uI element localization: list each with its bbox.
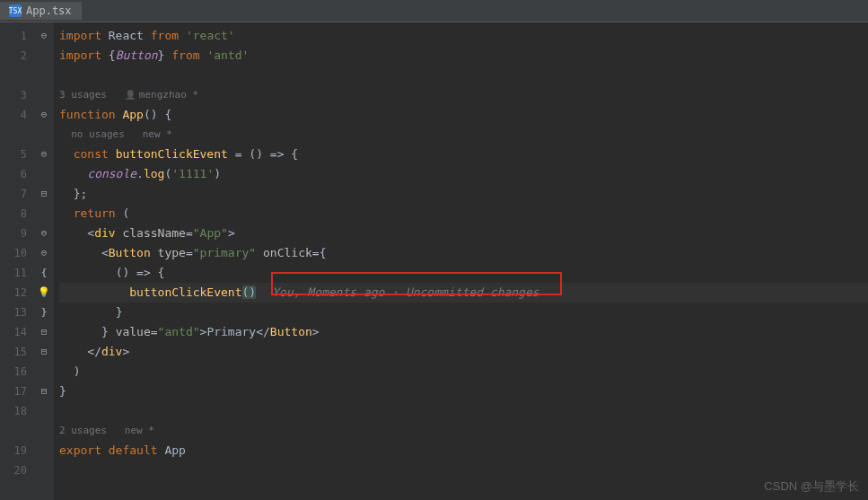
code-line[interactable]: </div> — [59, 342, 868, 362]
person-icon — [125, 85, 136, 105]
line-number: 19 — [0, 441, 27, 461]
brace-marker-icon: { — [34, 263, 54, 283]
code-editor[interactable]: 1234567891011121314151617181920 ⊖ ⊖ ⊖ ⊟ … — [0, 22, 868, 500]
line-number: 14 — [0, 322, 27, 342]
code-line[interactable]: } — [59, 303, 868, 322]
line-number: 13 — [0, 303, 27, 322]
line-number: 6 — [0, 164, 27, 184]
line-number: 7 — [0, 184, 27, 204]
blank-line[interactable] — [59, 66, 868, 85]
fold-icon[interactable]: ⊖ — [34, 145, 54, 164]
fold-icon[interactable]: ⊖ — [34, 26, 54, 46]
line-number: 1 — [0, 26, 27, 46]
code-line-active[interactable]: buttonClickEvent()You, Moments ago · Unc… — [59, 283, 868, 303]
fold-marker-column: ⊖ ⊖ ⊖ ⊟ ⊖ ⊖ { 💡 } ⊟ ⊟ ⊟ — [34, 22, 54, 500]
code-line[interactable]: import React from 'react' — [59, 26, 868, 46]
code-line[interactable]: return ( — [59, 204, 868, 224]
brace-marker-icon: } — [34, 303, 54, 322]
code-line[interactable]: <div className="App"> — [59, 224, 868, 243]
code-line[interactable]: }; — [59, 184, 868, 204]
code-line[interactable]: import {Button} from 'antd' — [59, 46, 868, 66]
code-line[interactable]: } — [59, 382, 868, 401]
intention-bulb-icon[interactable]: 💡 — [34, 283, 54, 303]
line-number: 2 — [0, 46, 27, 66]
line-number-gutter: 1234567891011121314151617181920 — [0, 22, 34, 500]
fold-icon[interactable]: ⊖ — [34, 224, 54, 243]
line-number: 4 — [0, 105, 27, 125]
watermark: CSDN @与墨学长 — [764, 478, 859, 495]
line-number: 5 — [0, 145, 27, 164]
code-line[interactable]: function App() { — [59, 105, 868, 125]
line-number: 18 — [0, 401, 27, 421]
fold-icon[interactable]: ⊖ — [34, 105, 54, 125]
line-number — [0, 66, 27, 85]
line-number — [0, 421, 27, 441]
line-number — [0, 125, 27, 145]
line-number: 17 — [0, 382, 27, 401]
line-number: 10 — [0, 243, 27, 263]
tab-bar: TSX App.tsx — [0, 0, 868, 22]
code-area[interactable]: import React from 'react' import {Button… — [54, 22, 868, 500]
tab-filename: App.tsx — [26, 4, 72, 17]
line-number: 9 — [0, 224, 27, 243]
code-lens-hint[interactable]: 3 usages mengzhao * — [59, 85, 868, 105]
gitlens-annotation: You, Moments ago · Uncommitted changes — [272, 285, 539, 299]
code-line[interactable]: console.log('1111') — [59, 164, 868, 184]
code-line[interactable]: export default App — [59, 441, 868, 461]
line-number: 12 — [0, 283, 27, 303]
fold-icon[interactable]: ⊖ — [34, 243, 54, 263]
code-line[interactable]: const buttonClickEvent = () => { — [59, 145, 868, 164]
code-lens-hint[interactable]: no usages new * — [59, 125, 868, 145]
code-lens-hint[interactable]: 2 usages new * — [59, 421, 868, 441]
blank-line[interactable] — [59, 401, 868, 421]
line-number: 3 — [0, 85, 27, 105]
tsx-file-icon: TSX — [9, 4, 22, 17]
line-number: 8 — [0, 204, 27, 224]
line-number: 11 — [0, 263, 27, 283]
line-number: 16 — [0, 362, 27, 382]
line-number: 15 — [0, 342, 27, 362]
blank-line[interactable] — [59, 461, 868, 480]
code-line[interactable]: () => { — [59, 263, 868, 283]
line-number: 20 — [0, 461, 27, 480]
code-line[interactable]: } value="antd">Primary</Button> — [59, 322, 868, 342]
code-line[interactable]: ) — [59, 362, 868, 382]
file-tab[interactable]: TSX App.tsx — [0, 2, 82, 20]
code-line[interactable]: <Button type="primary" onClick={ — [59, 243, 868, 263]
